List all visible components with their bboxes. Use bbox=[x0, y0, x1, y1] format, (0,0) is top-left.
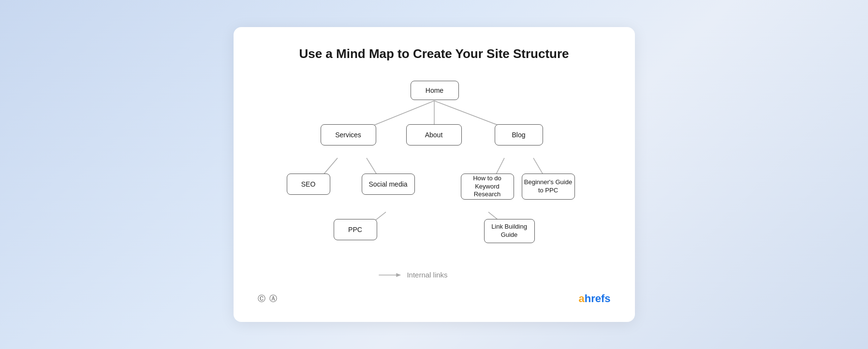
legend: Internal links bbox=[378, 271, 447, 279]
node-beginners-guide: Beginner's Guide to PPC bbox=[522, 174, 575, 200]
legend-arrow-icon bbox=[378, 271, 402, 279]
svg-marker-10 bbox=[396, 273, 401, 277]
node-keyword-research: How to do Keyword Research bbox=[461, 174, 514, 200]
node-social-media: Social media bbox=[362, 174, 415, 195]
creative-commons-icon: Ⓒ bbox=[258, 294, 265, 304]
info-icon: Ⓐ bbox=[269, 294, 277, 304]
node-link-building: Link Building Guide bbox=[484, 219, 535, 243]
page-title: Use a Mind Map to Create Your Site Struc… bbox=[258, 46, 611, 61]
node-seo: SEO bbox=[287, 174, 330, 195]
mind-map-diagram: Home Services About Blog SEO Social medi… bbox=[258, 76, 611, 284]
ahrefs-logo-a: a bbox=[578, 292, 584, 305]
legend-text: Internal links bbox=[407, 271, 447, 279]
ahrefs-logo-rest: hrefs bbox=[585, 292, 611, 305]
node-home: Home bbox=[411, 81, 459, 100]
footer: Ⓒ Ⓐ ahrefs bbox=[258, 292, 611, 305]
ahrefs-logo: ahrefs bbox=[578, 292, 610, 305]
node-about: About bbox=[406, 124, 462, 145]
node-services: Services bbox=[321, 124, 376, 145]
node-ppc: PPC bbox=[334, 219, 377, 240]
main-card: Use a Mind Map to Create Your Site Struc… bbox=[234, 27, 635, 322]
footer-icons: Ⓒ Ⓐ bbox=[258, 294, 277, 304]
node-blog: Blog bbox=[495, 124, 543, 145]
